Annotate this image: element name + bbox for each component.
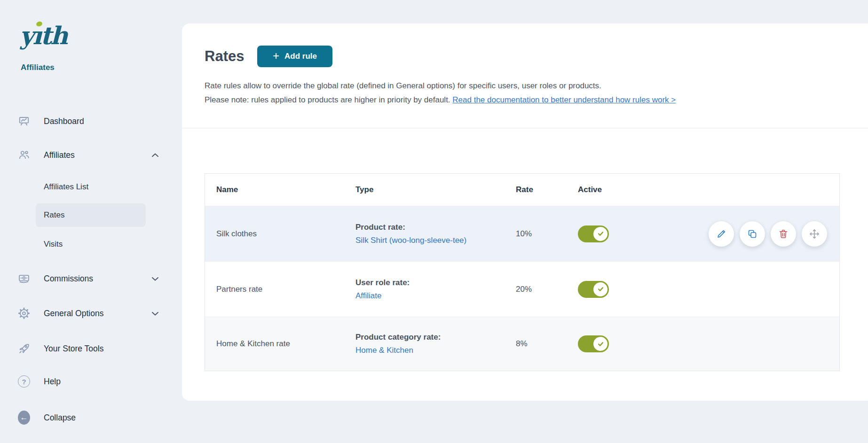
table-row[interactable]: Silk clothes Product rate: Silk Shirt (w… [205, 206, 839, 261]
rule-rate: 8% [516, 339, 578, 349]
banknote-icon [18, 272, 30, 285]
rule-type-cell: User role rate: Affiliate [355, 277, 516, 302]
column-header-type: Type [355, 185, 516, 194]
row-actions [709, 221, 827, 247]
toggle-knob [593, 282, 608, 296]
rule-type-link[interactable]: Silk Shirt (woo-long-sleeve-tee) [355, 234, 516, 247]
sidebar-item-label: Affiliates [44, 150, 75, 160]
collapse-arrow-icon: ← [18, 412, 30, 424]
sidebar-item-affiliates[interactable]: Affiliates [18, 147, 159, 163]
sidebar-item-label: Help [44, 377, 61, 387]
active-toggle[interactable] [578, 225, 609, 242]
toggle-knob [593, 337, 608, 351]
sidebar-item-your-store-tools[interactable]: Your Store Tools [18, 340, 159, 357]
plus-icon: + [273, 50, 279, 62]
rule-rate: 20% [516, 285, 578, 294]
question-glyph: ? [22, 378, 26, 386]
sidebar-item-label: Dashboard [44, 117, 84, 126]
page-title: Rates [205, 48, 244, 65]
rule-rate: 10% [516, 229, 578, 239]
chevron-down-icon [151, 277, 159, 281]
sidebar-item-label: Affiliates List [44, 182, 88, 192]
gear-icon [18, 307, 30, 319]
rule-type-link[interactable]: Home & Kitchen [355, 344, 516, 357]
main-content-card: Rates + Add rule Rate rules allow to ove… [182, 23, 868, 401]
rule-name: Partners rate [205, 285, 355, 294]
rule-type-cell: Product category rate: Home & Kitchen [355, 331, 516, 357]
duplicate-button[interactable] [740, 221, 765, 247]
rule-name: Silk clothes [205, 229, 355, 239]
dashboard-icon [18, 115, 30, 127]
sidebar-item-label: General Options [44, 309, 103, 319]
sidebar-item-collapse[interactable]: ← Collapse [18, 409, 159, 426]
page-description: Rate rules allow to override the global … [205, 79, 676, 107]
rates-table: Name Type Rate Active Silk clothes Produ… [205, 173, 840, 371]
sidebar-item-help[interactable]: ? Help [18, 373, 159, 390]
sidebar-item-label: Your Store Tools [44, 344, 103, 354]
table-header-row: Name Type Rate Active [205, 174, 839, 206]
description-line-2: Please note: rules applied to products a… [205, 93, 676, 107]
sidebar-item-rates[interactable]: Rates [44, 207, 145, 223]
yith-logo-text: yıth [20, 16, 86, 55]
rule-name: Home & Kitchen rate [205, 339, 355, 349]
sidebar-item-label: Commissions [44, 274, 93, 284]
column-header-name: Name [205, 185, 355, 194]
rule-type-cell: Product rate: Silk Shirt (woo-long-sleev… [355, 221, 516, 247]
add-rule-button-label: Add rule [284, 52, 317, 61]
rule-type-label: User role rate: [355, 277, 516, 289]
chevron-up-icon [151, 153, 159, 157]
sidebar: yıth Affiliates Dashboard Affiliates [0, 0, 182, 443]
sidebar-item-visits[interactable]: Visits [44, 236, 145, 252]
edit-button[interactable] [709, 221, 734, 247]
active-toggle[interactable] [578, 335, 609, 352]
sidebar-item-label: Collapse [44, 413, 76, 423]
users-icon [18, 149, 30, 161]
sidebar-item-label: Rates [44, 210, 64, 220]
toggle-knob [593, 227, 608, 241]
sidebar-item-commissions[interactable]: Commissions [18, 270, 159, 287]
table-row[interactable]: Partners rate User role rate: Affiliate … [205, 261, 839, 317]
sidebar-item-general-options[interactable]: General Options [18, 305, 159, 322]
delete-button[interactable] [771, 221, 796, 247]
rule-active-cell [578, 335, 839, 352]
header-divider [182, 128, 868, 128]
column-header-active: Active [578, 185, 839, 194]
rule-type-label: Product rate: [355, 221, 516, 233]
yith-logo: yıth [20, 16, 86, 55]
chevron-down-icon [151, 311, 159, 316]
help-icon: ? [18, 375, 30, 388]
sidebar-item-affiliates-list[interactable]: Affiliates List [44, 179, 145, 195]
rule-type-link[interactable]: Affiliate [355, 290, 516, 302]
documentation-link[interactable]: Read the documentation to better underst… [452, 95, 676, 104]
column-header-rate: Rate [516, 185, 578, 194]
sidebar-item-dashboard[interactable]: Dashboard [18, 113, 159, 130]
rule-type-label: Product category rate: [355, 331, 516, 343]
rocket-icon [18, 342, 30, 355]
description-line-1: Rate rules allow to override the global … [205, 79, 676, 93]
back-arrow-glyph: ← [20, 413, 28, 422]
description-note: Please note: rules applied to products a… [205, 95, 450, 104]
add-rule-button[interactable]: + Add rule [257, 46, 332, 67]
sidebar-item-label: Visits [44, 240, 63, 249]
rule-active-cell [578, 281, 839, 298]
active-toggle[interactable] [578, 281, 609, 298]
move-handle[interactable] [802, 221, 827, 247]
brand-product-name: Affiliates [21, 63, 55, 72]
table-row[interactable]: Home & Kitchen rate Product category rat… [205, 317, 839, 371]
